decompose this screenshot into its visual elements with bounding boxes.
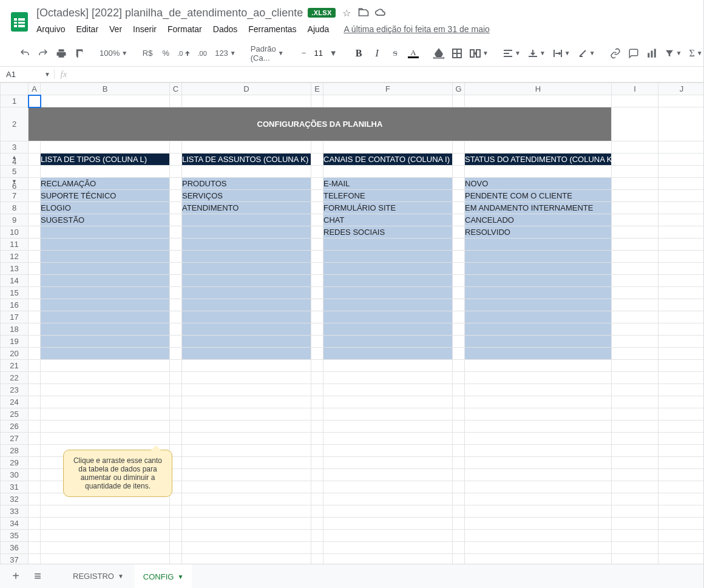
cell-J35[interactable]: [658, 530, 705, 542]
cell-A35[interactable]: [29, 530, 41, 542]
cell-E3[interactable]: [311, 141, 323, 154]
cell-E9[interactable]: [311, 214, 323, 226]
cell-B24[interactable]: [41, 396, 170, 408]
row-10[interactable]: 10: [1, 226, 29, 238]
cell-A36[interactable]: [29, 542, 41, 554]
cell-A1[interactable]: [29, 95, 41, 107]
cell-G14[interactable]: [453, 275, 465, 287]
cell-D19[interactable]: [182, 336, 311, 348]
cell-I29[interactable]: [612, 457, 658, 469]
col-G[interactable]: G: [453, 83, 465, 95]
row-24[interactable]: 24: [1, 396, 29, 408]
redo-icon[interactable]: [35, 45, 51, 62]
cell-A34[interactable]: [29, 518, 41, 530]
cell-C27[interactable]: [170, 433, 182, 445]
row-26[interactable]: 26: [1, 421, 29, 433]
cell-H13[interactable]: [465, 263, 612, 275]
cell-H7[interactable]: PENDENTE COM O CLIENTE: [465, 190, 612, 202]
cell-F32[interactable]: [323, 493, 453, 505]
cell-B21[interactable]: [41, 360, 170, 372]
cell-D24[interactable]: [182, 396, 311, 408]
cell-J8[interactable]: [658, 202, 705, 214]
row-23[interactable]: 23: [1, 384, 29, 396]
row-13[interactable]: 13: [1, 263, 29, 275]
cell-E14[interactable]: [311, 275, 323, 287]
cell-D21[interactable]: [182, 360, 311, 372]
cell-E33[interactable]: [311, 505, 323, 518]
menu-ajuda[interactable]: Ajuda: [308, 23, 330, 35]
cell-A32[interactable]: [29, 493, 41, 505]
percent-button[interactable]: %: [158, 45, 174, 62]
valign-button[interactable]: ▼: [526, 49, 548, 58]
row-29[interactable]: 29: [1, 457, 29, 469]
col-C[interactable]: C: [170, 83, 182, 95]
cell-J23[interactable]: [658, 384, 705, 396]
row-35[interactable]: 35: [1, 530, 29, 542]
cell-F7[interactable]: TELEFONE: [323, 190, 453, 202]
cell-D25[interactable]: [182, 408, 311, 421]
cell-G27[interactable]: [453, 433, 465, 445]
cell-H3[interactable]: [465, 141, 612, 154]
row-12[interactable]: 12: [1, 251, 29, 263]
cell-J9[interactable]: [658, 214, 705, 226]
cell-J27[interactable]: [658, 433, 705, 445]
cell-B14[interactable]: [41, 275, 170, 287]
merge-cells-button[interactable]: ▼: [467, 48, 491, 59]
menu-ferramentas[interactable]: Ferramentas: [248, 23, 296, 35]
cell-B1[interactable]: [41, 95, 170, 107]
cell-B36[interactable]: [41, 542, 170, 554]
row-32[interactable]: 32: [1, 493, 29, 505]
cell-H31[interactable]: [465, 481, 612, 493]
cell-J24[interactable]: [658, 396, 705, 408]
cell-A13[interactable]: [29, 263, 41, 275]
cell-I8[interactable]: [612, 202, 658, 214]
cell-D31[interactable]: [182, 481, 311, 493]
cell-J13[interactable]: [658, 263, 705, 275]
cell-C19[interactable]: [170, 336, 182, 348]
cell-C33[interactable]: [170, 505, 182, 518]
cell-I3[interactable]: [612, 141, 658, 154]
cell-I9[interactable]: [612, 214, 658, 226]
cell-B13[interactable]: [41, 263, 170, 275]
cell-B15[interactable]: [41, 287, 170, 299]
col-E[interactable]: E: [311, 83, 323, 95]
cell-J20[interactable]: [658, 348, 705, 360]
cell-D23[interactable]: [182, 384, 311, 396]
cell-A31[interactable]: [29, 481, 41, 493]
font-size-value[interactable]: 11: [314, 49, 323, 58]
cell-H20[interactable]: [465, 348, 612, 360]
cell-A24[interactable]: [29, 396, 41, 408]
cell-F36[interactable]: [323, 542, 453, 554]
cell-F8[interactable]: FORMULÁRIO SITE: [323, 202, 453, 214]
cell-G3[interactable]: [453, 141, 465, 154]
cell-A11[interactable]: [29, 238, 41, 251]
row-5[interactable]: 5: [1, 166, 29, 178]
cell-H14[interactable]: [465, 275, 612, 287]
cell-E26[interactable]: [311, 421, 323, 433]
cell-C25[interactable]: [170, 408, 182, 421]
cell-D27[interactable]: [182, 433, 311, 445]
cell-E36[interactable]: [311, 542, 323, 554]
cell-B9[interactable]: SUGESTÃO: [41, 214, 170, 226]
cell-B5[interactable]: [41, 166, 170, 178]
cell-F24[interactable]: [323, 396, 453, 408]
cell-D34[interactable]: [182, 518, 311, 530]
cell-B19[interactable]: [41, 336, 170, 348]
cell-I14[interactable]: [612, 275, 658, 287]
tab-registro[interactable]: REGISTRO▼: [64, 564, 132, 589]
cell-E31[interactable]: [311, 481, 323, 493]
cell-B17[interactable]: [41, 311, 170, 323]
cell-F12[interactable]: [323, 251, 453, 263]
cell-D14[interactable]: [182, 275, 311, 287]
row-11[interactable]: 11: [1, 238, 29, 251]
row-18[interactable]: 18: [1, 323, 29, 336]
cell-J17[interactable]: [658, 311, 705, 323]
cell-H5[interactable]: [465, 166, 612, 178]
cell-J30[interactable]: [658, 469, 705, 481]
cell-I7[interactable]: [612, 190, 658, 202]
cell-D22[interactable]: [182, 372, 311, 384]
cell-H18[interactable]: [465, 323, 612, 336]
cell-C6[interactable]: [170, 178, 182, 190]
cell-I16[interactable]: [612, 299, 658, 311]
cell-B34[interactable]: [41, 518, 170, 530]
